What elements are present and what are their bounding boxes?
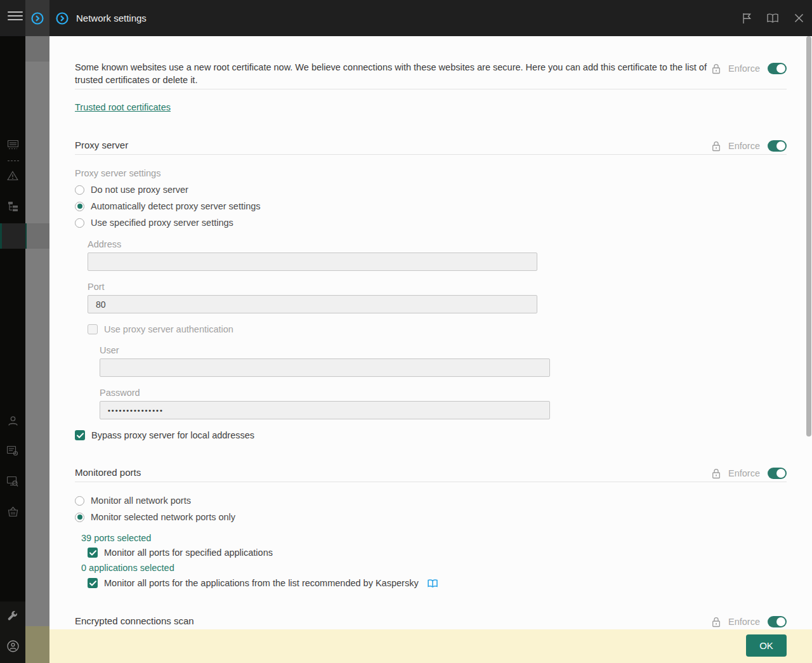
user-input[interactable] — [100, 358, 550, 377]
radio-do-not-use-proxy[interactable]: Do not use proxy server — [75, 185, 188, 195]
recommended-apps-checkbox[interactable]: Monitor all ports for the applications f… — [88, 578, 438, 588]
kaspersky-circle-icon — [31, 12, 44, 25]
network-settings-panel: Some known websites use a new root certi… — [49, 36, 812, 663]
page-title: Network settings — [76, 0, 147, 36]
port-input[interactable] — [88, 295, 537, 313]
enforce-label: Enforce — [728, 141, 760, 151]
close-icon[interactable] — [793, 13, 804, 24]
dimmed-background-app — [25, 36, 49, 663]
port-label: Port — [88, 282, 105, 292]
radio-specified-proxy[interactable]: Use specified proxy server settings — [75, 218, 233, 228]
lock-icon — [712, 468, 721, 479]
reports-icon[interactable] — [0, 140, 25, 150]
trusted-root-certificates-link[interactable]: Trusted root certificates — [75, 102, 171, 112]
checkbox-checked[interactable] — [88, 548, 98, 558]
certificate-enforce-toggle[interactable] — [768, 63, 787, 74]
dimmed-selected-menu-item — [25, 223, 49, 249]
app-sidebar — [0, 0, 25, 663]
radio-circle[interactable] — [75, 218, 84, 228]
applications-selected-link[interactable]: 0 applications selected — [81, 563, 174, 573]
account-icon[interactable] — [0, 640, 25, 652]
address-label: Address — [88, 239, 121, 249]
enforce-label: Enforce — [728, 617, 760, 627]
lock-icon — [712, 63, 721, 74]
user-icon[interactable] — [0, 416, 25, 426]
proxy-auth-checkbox[interactable]: Use proxy server authentication — [88, 324, 233, 334]
doc-book-icon[interactable] — [428, 579, 438, 588]
lock-icon — [712, 141, 721, 152]
report-settings-icon[interactable] — [0, 446, 25, 456]
radio-circle-selected[interactable] — [75, 202, 84, 211]
ports-enforce-toggle[interactable] — [768, 468, 787, 479]
help-book-icon[interactable] — [767, 13, 778, 24]
divider — [75, 482, 787, 482]
radio-circle[interactable] — [75, 496, 84, 506]
divider — [75, 89, 787, 89]
proxy-enforce-group: Enforce — [712, 140, 787, 152]
divider — [75, 154, 787, 155]
dimmed-footer-strip — [25, 626, 49, 663]
ports-enforce-group: Enforce — [712, 468, 787, 479]
scrollbar-thumb[interactable] — [806, 36, 811, 437]
page-circle-icon — [56, 12, 69, 27]
wrench-icon[interactable] — [0, 610, 25, 621]
sidebar-item-selected[interactable] — [0, 223, 25, 249]
kaspersky-network-settings-window: Network settings Some known websites use… — [0, 0, 812, 663]
monitored-ports-title: Monitored ports — [75, 467, 141, 478]
titlebar: Network settings — [0, 0, 812, 36]
flag-icon[interactable] — [741, 13, 752, 24]
certificate-banner-text: Some known websites use a new root certi… — [75, 62, 710, 86]
password-label: Password — [100, 388, 140, 398]
enforce-label: Enforce — [728, 63, 760, 74]
hierarchy-icon[interactable] — [0, 201, 25, 212]
proxy-enforce-toggle[interactable] — [768, 140, 787, 152]
radio-monitor-selected-ports[interactable]: Monitor selected network ports only — [75, 512, 235, 522]
checkbox-unchecked[interactable] — [88, 324, 98, 334]
bypass-proxy-checkbox[interactable]: Bypass proxy server for local addresses — [75, 430, 254, 440]
password-input[interactable] — [100, 401, 550, 419]
radio-circle[interactable] — [75, 185, 84, 195]
settings-tab[interactable] — [25, 0, 49, 36]
ports-selected-link[interactable]: 39 ports selected — [81, 533, 151, 543]
monitor-search-icon[interactable] — [0, 476, 25, 487]
radio-circle-selected[interactable] — [75, 513, 84, 522]
radio-monitor-all-ports[interactable]: Monitor all network ports — [75, 496, 191, 506]
ok-button[interactable]: OK — [746, 634, 787, 657]
hamburger-menu-icon[interactable] — [8, 11, 23, 20]
radio-auto-detect-proxy[interactable]: Automatically detect proxy server settin… — [75, 201, 261, 211]
footer-bar: OK — [49, 629, 812, 663]
encrypted-scan-title: Encrypted connections scan — [75, 615, 194, 626]
encrypted-enforce-group: Enforce — [712, 616, 787, 627]
sidebar-divider — [8, 161, 19, 161]
proxy-settings-group-label: Proxy server settings — [75, 168, 160, 178]
encrypted-enforce-toggle[interactable] — [768, 616, 787, 627]
lock-icon — [712, 617, 721, 627]
warning-triangle-icon[interactable] — [0, 171, 25, 181]
certificate-enforce-group: Enforce — [712, 63, 787, 74]
proxy-section-title: Proxy server — [75, 140, 128, 150]
enforce-label: Enforce — [728, 468, 760, 478]
checkbox-checked[interactable] — [75, 430, 85, 440]
checkbox-checked[interactable] — [88, 578, 98, 588]
specified-apps-checkbox[interactable]: Monitor all ports for specified applicat… — [88, 548, 273, 558]
user-label: User — [100, 345, 119, 355]
basket-icon[interactable] — [0, 506, 25, 517]
address-input[interactable] — [88, 253, 537, 271]
